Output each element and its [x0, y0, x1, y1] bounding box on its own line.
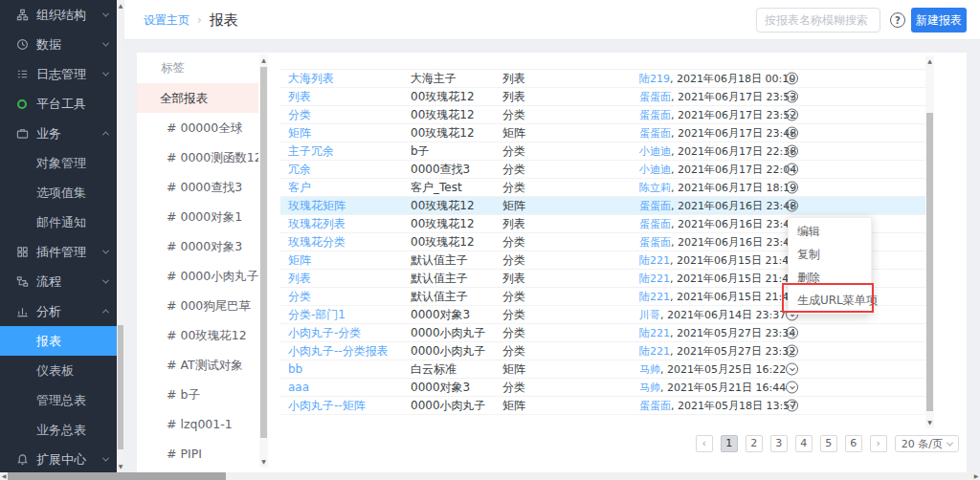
tags-scrollbar-thumb[interactable] [260, 67, 267, 438]
context-menu-item[interactable]: 复制 [789, 243, 871, 266]
user-link[interactable]: 陈立莉 [639, 182, 671, 194]
tag-item[interactable]: # 0000测函数123 [137, 142, 258, 172]
page-number-button[interactable]: 3 [770, 435, 788, 452]
prev-page-button[interactable]: ‹ [696, 435, 713, 452]
report-name-link[interactable]: 小肉丸子--分类报表 [280, 343, 411, 360]
user-link[interactable]: 小迪迪 [639, 164, 671, 176]
sidebar-item-business-summary[interactable]: 业务总表 [0, 415, 117, 445]
user-link[interactable]: 蛋蛋面 [639, 400, 671, 412]
new-report-button[interactable]: 新建报表 [911, 8, 967, 33]
user-link[interactable]: 陆219 [639, 73, 670, 85]
context-menu-item[interactable]: 删除 [789, 266, 871, 289]
tag-item[interactable]: # lzq001-1 [137, 409, 258, 439]
page-number-button[interactable]: 5 [820, 435, 837, 452]
user-link[interactable]: 小迪迪 [639, 145, 671, 158]
report-name-link[interactable]: 分类 [280, 289, 411, 305]
user-link[interactable]: 陆221 [639, 345, 670, 358]
report-name-link[interactable]: 列表 [280, 271, 411, 287]
user-link[interactable]: 蛋蛋面 [639, 218, 671, 230]
sidebar-item-object-management[interactable]: 对象管理 [0, 148, 117, 178]
tag-item[interactable]: # AT测试对象 [137, 350, 258, 380]
horizontal-scrollbar-thumb[interactable] [8, 472, 226, 480]
report-name-link[interactable]: 小肉丸子-分类 [280, 325, 411, 341]
row-actions-icon[interactable] [786, 91, 798, 103]
page-number-button[interactable]: 4 [795, 435, 813, 452]
report-name-link[interactable]: 矩阵 [280, 125, 411, 142]
tag-item[interactable]: # 000狗尾巴草 [137, 291, 258, 320]
help-icon[interactable]: ? [890, 12, 905, 28]
report-name-link[interactable]: 列表 [280, 89, 411, 105]
user-link[interactable]: 陆221 [639, 273, 670, 285]
page-number-button[interactable]: 2 [746, 435, 763, 452]
page-number-button[interactable]: 1 [721, 435, 738, 452]
sidebar-scrollbar-thumb[interactable] [118, 325, 123, 449]
report-name-link[interactable]: 小肉丸子--矩阵 [280, 398, 411, 414]
scroll-left-icon[interactable]: ◀ [0, 472, 8, 480]
user-link[interactable]: 蛋蛋面 [639, 236, 671, 249]
user-link[interactable]: 蛋蛋面 [639, 91, 671, 103]
sidebar-item-data[interactable]: 数据 [0, 30, 117, 59]
tag-item[interactable]: # 00000全球 [137, 113, 258, 142]
tag-item[interactable]: # 0000查找3 [137, 172, 258, 202]
report-name-link[interactable]: aaa [280, 381, 411, 394]
user-link[interactable]: 蛋蛋面 [639, 127, 671, 140]
report-search-input[interactable] [757, 9, 880, 32]
report-name-link[interactable]: bb [280, 362, 411, 376]
row-actions-icon[interactable] [786, 73, 798, 85]
breadcrumb-home-link[interactable]: 设置主页 [144, 12, 189, 29]
sidebar-item-management-summary[interactable]: 管理总表 [0, 385, 117, 415]
user-link[interactable]: 陆221 [639, 254, 670, 267]
scroll-down-icon[interactable]: ▼ [925, 418, 934, 427]
tag-item[interactable]: # PIPI [137, 439, 258, 469]
sidebar-item-extension-center[interactable]: 扩展中心 [0, 445, 117, 472]
tag-item[interactable]: # b子 [137, 380, 258, 409]
row-actions-icon[interactable] [786, 127, 798, 140]
sidebar-item-org-structure[interactable]: 组织结构 [0, 0, 117, 30]
scroll-up-icon[interactable]: ▲ [259, 55, 268, 65]
user-link[interactable]: 蛋蛋面 [639, 109, 671, 121]
sidebar-item-option-value-set[interactable]: 选项值集 [0, 178, 117, 207]
page-number-button[interactable]: 6 [845, 435, 862, 452]
report-name-link[interactable]: 大海列表 [280, 71, 411, 87]
row-actions-icon[interactable] [786, 200, 798, 212]
report-name-link[interactable]: 冗余 [280, 162, 411, 178]
scroll-up-icon[interactable]: ▲ [117, 1, 124, 11]
scroll-up-icon[interactable]: ▲ [925, 56, 934, 66]
row-actions-icon[interactable] [786, 363, 798, 376]
row-actions-icon[interactable] [786, 327, 798, 339]
sidebar-item-log-management[interactable]: 日志管理 [0, 59, 117, 89]
tag-item[interactable]: # 00玫瑰花12 [137, 320, 258, 350]
report-name-link[interactable]: 玫瑰花列表 [280, 216, 411, 232]
user-link[interactable]: 陆221 [639, 291, 670, 303]
report-name-link[interactable]: 玫瑰花矩阵 [280, 198, 411, 214]
row-actions-icon[interactable] [786, 382, 798, 394]
sidebar-item-flow[interactable]: 流程 [0, 267, 117, 296]
user-link[interactable]: 蛋蛋面 [639, 200, 671, 212]
tag-item[interactable]: # 0000对象1 [137, 202, 258, 231]
row-actions-icon[interactable] [786, 145, 798, 158]
sidebar-item-plugin-management[interactable]: 插件管理 [0, 237, 117, 267]
tag-item[interactable]: # 0000小肉丸子 [137, 261, 258, 291]
sidebar-item-dashboard[interactable]: 仪表板 [0, 356, 117, 385]
report-name-link[interactable]: 玫瑰花分类 [280, 234, 411, 251]
row-actions-icon[interactable] [786, 182, 798, 194]
report-name-link[interactable]: 分类 [280, 107, 411, 123]
row-actions-icon[interactable] [786, 400, 798, 412]
user-link[interactable]: 马帅 [639, 363, 660, 376]
report-name-link[interactable]: 主子冗余 [280, 143, 411, 160]
row-actions-icon[interactable] [786, 109, 798, 121]
context-menu-item[interactable]: 生成URL菜单项 [789, 289, 871, 312]
sidebar-item-analysis[interactable]: 分析 [0, 296, 117, 326]
next-page-button[interactable]: › [870, 435, 887, 452]
row-actions-icon[interactable] [786, 345, 798, 358]
sidebar-item-business[interactable]: 业务 [0, 119, 117, 148]
report-name-link[interactable]: 矩阵 [280, 252, 411, 269]
tag-item[interactable]: # 0000对象3 [137, 231, 258, 261]
user-link[interactable]: 陆221 [639, 327, 670, 339]
row-actions-icon[interactable] [786, 164, 798, 176]
sidebar-item-mail-notice[interactable]: 邮件通知 [0, 207, 117, 237]
scroll-down-icon[interactable]: ▼ [117, 462, 124, 471]
scroll-right-icon[interactable]: ▶ [972, 472, 980, 480]
scroll-down-icon[interactable]: ▼ [259, 457, 268, 467]
report-name-link[interactable]: 分类-部门1 [280, 307, 411, 323]
